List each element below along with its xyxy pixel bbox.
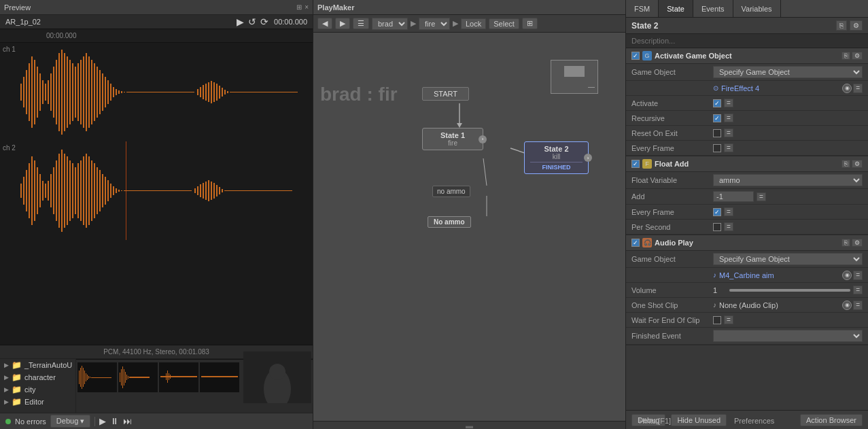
action-3-row-one-shot-clip: One Shot Clip ♪ None (Audio Clip) ◉ = xyxy=(626,298,868,313)
carbine-eq-btn[interactable]: = xyxy=(853,271,863,280)
preview-close-icon[interactable]: × xyxy=(305,3,309,11)
every-frame-checkbox-1[interactable] xyxy=(713,144,721,152)
float-var-select[interactable]: ammo xyxy=(713,174,863,186)
svg-line-143 xyxy=(483,158,487,186)
tab-events[interactable]: Events xyxy=(693,0,733,17)
activate-eq-btn[interactable]: = xyxy=(724,99,733,107)
finished-event-select[interactable] xyxy=(713,330,863,342)
svg-rect-79 xyxy=(86,154,87,228)
tab-variables[interactable]: Variables xyxy=(733,0,781,17)
pm-object-select[interactable]: brad xyxy=(372,18,408,30)
file-item-character[interactable]: ▶ 📁 character xyxy=(0,371,75,383)
svg-rect-39 xyxy=(124,92,125,92)
pm-scroll-bottom[interactable]: ▬ xyxy=(313,421,625,429)
file-item-city[interactable]: ▶ 📁 city xyxy=(0,383,75,396)
loop-button[interactable]: ↺ xyxy=(248,16,256,27)
volume-slider[interactable] xyxy=(729,289,850,292)
add-input[interactable] xyxy=(713,191,754,202)
one-shot-eq-btn[interactable]: = xyxy=(853,301,863,310)
svg-rect-132 xyxy=(170,375,171,379)
start-button[interactable]: START xyxy=(422,87,469,101)
folder-icon-3: 📁 xyxy=(12,385,22,394)
action-1-row-reset-on-exit: Reset On Exit = xyxy=(626,126,868,141)
per-second-eq-btn[interactable]: = xyxy=(724,222,733,231)
per-second-checkbox[interactable] xyxy=(713,223,721,231)
minimap-box: — xyxy=(551,60,598,94)
action-browser-btn[interactable]: Action Browser xyxy=(800,414,863,426)
action-2-copy-btn[interactable]: ⎘ xyxy=(841,160,850,168)
pm-forward-button[interactable]: ▶ xyxy=(335,18,350,29)
every-frame-eq-btn-1[interactable]: = xyxy=(724,143,733,152)
volume-eq-btn[interactable]: = xyxy=(853,286,863,294)
recursive-checkbox[interactable]: ✓ xyxy=(713,114,721,122)
start-node[interactable]: START xyxy=(422,87,469,101)
state2-node[interactable]: State 2 kill FINISHED › xyxy=(524,141,589,174)
game-object-select[interactable]: Specify Game Object xyxy=(713,66,863,78)
reset-on-exit-eq-btn[interactable]: = xyxy=(724,128,733,137)
no-ammo-state[interactable]: No ammo xyxy=(428,216,471,228)
tab-state[interactable]: State xyxy=(659,0,693,17)
svg-rect-26 xyxy=(88,56,90,128)
play-ctrl-button[interactable]: ▶ xyxy=(99,417,106,426)
playmaker-canvas[interactable]: — brad : fir START xyxy=(313,33,625,429)
recursive-eq-btn[interactable]: = xyxy=(724,114,733,122)
context-label: brad : fir xyxy=(320,84,398,105)
pm-fsm-select[interactable]: fire xyxy=(419,18,450,30)
no-errors-label: No errors xyxy=(15,417,46,426)
hints-btn[interactable]: Hints [F1] xyxy=(639,417,671,425)
add-eq-btn[interactable]: = xyxy=(757,192,766,201)
file-item-editor[interactable]: ▶ 📁 Editor xyxy=(0,396,75,408)
step-ctrl-button[interactable]: ⏭ xyxy=(123,417,132,426)
thumbnail-strip xyxy=(76,359,313,394)
action-1-row-gameobject: Game Object Specify Game Object xyxy=(626,64,868,81)
tab-fsm[interactable]: FSM xyxy=(626,0,659,17)
one-shot-circle-btn[interactable]: ◉ xyxy=(842,301,852,310)
state2-badge: › xyxy=(584,154,592,162)
play-button[interactable]: ▶ xyxy=(237,16,244,27)
waveform-ch2 xyxy=(0,141,313,240)
time-ruler: 00:00.000 xyxy=(0,29,313,43)
fireeffect-eq-btn[interactable]: = xyxy=(853,84,863,93)
state-header-settings-btn[interactable]: ⚙ xyxy=(850,20,863,31)
preferences-btn[interactable]: Preferences xyxy=(734,417,774,425)
svg-rect-112 xyxy=(84,371,85,384)
action-1-settings-btn[interactable]: ⚙ xyxy=(852,52,863,60)
action-2-checkbox[interactable]: ✓ xyxy=(631,160,640,168)
action-1-checkbox[interactable]: ✓ xyxy=(631,52,640,60)
svg-rect-29 xyxy=(97,67,98,118)
svg-rect-65 xyxy=(48,181,49,201)
every-frame-checkbox-2[interactable]: ✓ xyxy=(713,208,721,216)
action-1-copy-btn[interactable]: ⎘ xyxy=(841,52,850,60)
description-input[interactable] xyxy=(626,34,868,48)
pm-back-button[interactable]: ◀ xyxy=(317,18,332,29)
every-frame-eq-btn-2[interactable]: = xyxy=(724,207,733,216)
svg-rect-95 xyxy=(197,186,198,195)
debug-dropdown-button[interactable]: Debug ▾ xyxy=(50,415,90,428)
fireeffect-circle-btn[interactable]: ◉ xyxy=(842,84,852,93)
svg-rect-11 xyxy=(48,80,49,104)
pm-grid-button[interactable]: ⊞ xyxy=(522,18,538,29)
refresh-button[interactable]: ⟳ xyxy=(260,16,268,27)
action-3-copy-btn[interactable]: ⎘ xyxy=(841,239,850,247)
tab-variables-label: Variables xyxy=(742,5,772,13)
pm-lock-button[interactable]: Lock xyxy=(461,18,486,29)
pause-ctrl-button[interactable]: ⏸ xyxy=(110,417,119,426)
hide-unused-btn[interactable]: Hide Unused xyxy=(671,414,727,426)
pm-select-button[interactable]: Select xyxy=(489,18,519,29)
action-3-settings-btn[interactable]: ⚙ xyxy=(852,239,863,247)
wait-for-end-checkbox[interactable] xyxy=(713,316,721,324)
svg-rect-35 xyxy=(113,87,114,97)
hints-label: Hints [F1] xyxy=(639,417,671,425)
activate-checkbox[interactable]: ✓ xyxy=(713,99,721,107)
audio-game-object-select[interactable]: Specify Game Object xyxy=(713,253,863,265)
carbine-circle-btn[interactable]: ◉ xyxy=(842,271,852,280)
action-2-settings-btn[interactable]: ⚙ xyxy=(852,160,863,168)
file-item-terrain[interactable]: ▶ 📁 _TerrainAutoU xyxy=(0,359,75,371)
action-3-checkbox[interactable]: ✓ xyxy=(631,239,640,247)
state1-node[interactable]: State 1 fire › xyxy=(422,128,483,150)
wait-for-end-eq-btn[interactable]: = xyxy=(724,315,733,324)
preview-lock-icon[interactable]: ⊞ xyxy=(296,3,302,11)
state-header-copy-btn[interactable]: ⎘ xyxy=(836,20,847,31)
reset-on-exit-checkbox[interactable] xyxy=(713,129,721,137)
pm-menu-button[interactable]: ☰ xyxy=(353,18,369,29)
